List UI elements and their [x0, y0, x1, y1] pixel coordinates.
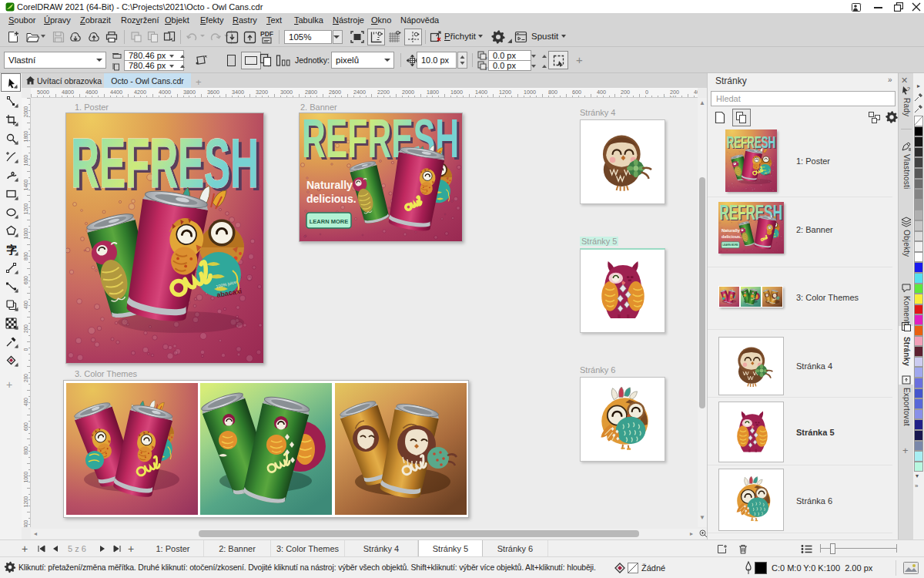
svg-text:PDF: PDF [260, 30, 273, 38]
svg-text:y: y [485, 66, 487, 70]
svg-text:字: 字 [6, 244, 17, 255]
svg-text:?: ? [907, 86, 910, 92]
svg-text:x: x [485, 55, 487, 60]
